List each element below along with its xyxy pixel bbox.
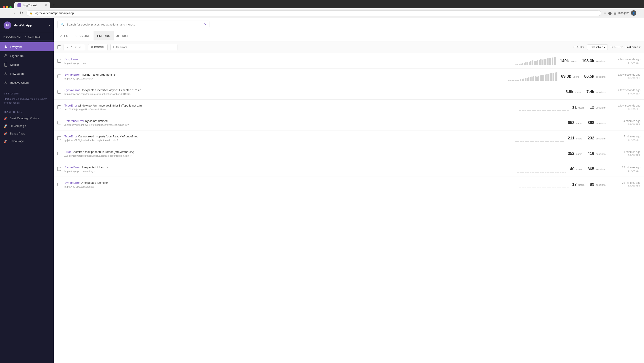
- back-button[interactable]: ←: [3, 10, 8, 16]
- minimize-button[interactable]: [6, 6, 8, 8]
- error-checkbox[interactable]: [57, 74, 61, 78]
- dashed-line: [532, 126, 534, 126]
- status-select[interactable]: Unresolved ▾: [587, 44, 608, 50]
- app-header[interactable]: M My Web App ▾: [0, 18, 54, 33]
- tab-latest[interactable]: LATEST: [57, 31, 72, 41]
- dashed-line: [555, 172, 556, 172]
- dashed-line: [535, 95, 537, 95]
- url-text: logrocket.com/apphub/my-app: [35, 12, 598, 15]
- status-label: STATUS:: [574, 46, 584, 49]
- tab-sessions[interactable]: SESSIONS: [73, 31, 92, 41]
- error-time: 11 minutes ago: [609, 150, 640, 154]
- new-tab-button[interactable]: +: [51, 2, 57, 8]
- dashed-line: [540, 95, 542, 95]
- error-meta: a few seconds ago BROWSER: [609, 73, 640, 80]
- chart-bar: [514, 65, 515, 65]
- dashed-line: [547, 157, 549, 157]
- empty-chart: [519, 110, 568, 112]
- tab-errors[interactable]: ERRORS: [94, 31, 114, 41]
- team-filter-email-campaign[interactable]: 🚀 Email Campaign Visitors: [0, 114, 54, 122]
- sidebar-item-new-users[interactable]: New Users: [0, 69, 54, 78]
- chart-bar: [540, 76, 541, 81]
- team-filters-title: TEAM FILTERS: [0, 107, 54, 114]
- dashed-line: [532, 141, 534, 142]
- sort-select[interactable]: Last Seen ▾: [626, 46, 640, 49]
- error-checkbox[interactable]: [57, 152, 61, 155]
- users-label: users: [575, 91, 581, 94]
- dashed-line: [537, 188, 538, 188]
- sessions-stat: 12 sessions: [590, 105, 606, 110]
- resolve-button[interactable]: ✓ RESOLVE: [64, 44, 85, 50]
- error-checkbox[interactable]: [57, 167, 61, 171]
- select-all-checkbox[interactable]: [57, 46, 61, 49]
- dashed-line: [552, 157, 554, 157]
- dashed-line: [560, 188, 561, 188]
- lock-icon: 🔒: [30, 12, 33, 14]
- dashed-line: [522, 141, 524, 142]
- maximize-button[interactable]: [10, 6, 12, 8]
- chart-bar: [554, 57, 555, 65]
- sessions-stat: 7.4k sessions: [586, 90, 606, 94]
- error-source: BROWSER: [609, 185, 640, 188]
- dashed-line: [544, 188, 546, 188]
- filter-input[interactable]: [110, 44, 178, 50]
- dashed-line: [552, 126, 554, 126]
- error-path: https://my-app.com/: [64, 62, 504, 64]
- team-filter-fb-campaign[interactable]: 🚀 FB Campaign: [0, 122, 54, 130]
- users-count: 211: [568, 136, 574, 140]
- team-filter-signup-page[interactable]: 🚀 Signup Page: [0, 130, 54, 138]
- sidebar-item-everyone[interactable]: Everyone: [0, 42, 54, 51]
- sidebar-item-mobile[interactable]: Mobile: [0, 60, 54, 69]
- sidebar: M My Web App ▾ ▶ LOGROCKET ⚙ SETTINGS Ev…: [0, 18, 54, 363]
- team-filter-label-0: Email Campaign Visitors: [10, 117, 39, 120]
- error-path: /ajax/libs/highlight.js/9.12.0/languages…: [64, 124, 511, 126]
- reload-button[interactable]: ↻: [19, 10, 24, 16]
- search-input[interactable]: [67, 23, 201, 26]
- refresh-icon[interactable]: ↻: [204, 22, 206, 26]
- error-checkbox[interactable]: [57, 136, 61, 140]
- error-meta: a few seconds ago BROWSER: [609, 104, 640, 110]
- error-title: Script error.: [64, 58, 504, 61]
- tab-metrics[interactable]: METRICS: [114, 31, 131, 41]
- address-bar[interactable]: 🔒 logrocket.com/apphub/my-app: [26, 10, 601, 16]
- dashed-line: [538, 95, 540, 95]
- svg-point-3: [6, 66, 6, 66]
- logrocket-nav-link[interactable]: ▶ LOGROCKET: [4, 35, 22, 38]
- ignore-button[interactable]: ✕ IGNORE: [88, 44, 108, 50]
- settings-nav-link[interactable]: ⚙ SETTINGS: [25, 35, 40, 38]
- error-checkbox[interactable]: [57, 106, 61, 109]
- active-tab[interactable]: L LogRocket ✕: [14, 2, 50, 8]
- error-type: SyntaxError: [64, 181, 80, 184]
- dashed-line: [530, 141, 532, 142]
- error-checkbox[interactable]: [57, 121, 61, 124]
- menu-icon[interactable]: ⋮: [638, 11, 641, 15]
- team-filter-demo-page[interactable]: 🚀 Demo Page: [0, 138, 54, 145]
- dashed-line: [558, 157, 559, 157]
- dashed-line: [560, 126, 562, 126]
- chart-bar: [510, 65, 512, 65]
- error-type: SyntaxError: [64, 166, 80, 169]
- error-chart: [513, 87, 562, 96]
- forward-button[interactable]: →: [11, 10, 16, 16]
- user-icon[interactable]: 👤: [631, 10, 636, 16]
- close-button[interactable]: [3, 6, 5, 8]
- tab-close-icon[interactable]: ✕: [45, 4, 47, 7]
- chart-bar: [547, 58, 548, 65]
- error-title: SyntaxError Unexpected token =>: [64, 166, 514, 169]
- sidebar-item-inactive-users[interactable]: Inactive Users: [0, 78, 54, 87]
- error-checkbox[interactable]: [57, 182, 61, 186]
- tabs-list: LATEST SESSIONS ERRORS METRICS: [57, 31, 131, 41]
- empty-chart: [513, 95, 562, 96]
- users-stat: 149k users: [560, 59, 576, 63]
- error-checkbox[interactable]: [57, 59, 61, 63]
- dashed-line: [542, 157, 544, 157]
- chart-bar: [524, 63, 525, 65]
- star-icon[interactable]: ☆: [604, 11, 606, 15]
- dashed-line: [535, 157, 537, 157]
- error-path: https://my-app.com/users/: [64, 77, 504, 80]
- error-meta: 7 minutes ago BROWSER: [609, 135, 640, 141]
- incognito-label: Incognito: [618, 12, 629, 14]
- sidebar-item-signed-up[interactable]: Signed-up: [0, 51, 54, 60]
- error-info: Script error. https://my-app.com/: [64, 58, 504, 64]
- error-checkbox[interactable]: [57, 90, 61, 94]
